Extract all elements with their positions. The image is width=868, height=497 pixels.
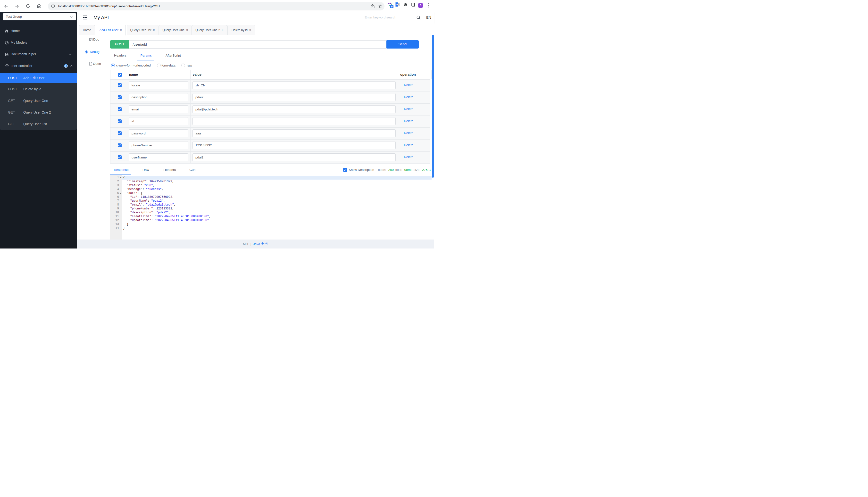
svg-text:G: G bbox=[396, 3, 398, 5]
svg-text:API: API bbox=[6, 66, 8, 67]
svg-text:0: 0 bbox=[391, 5, 393, 8]
